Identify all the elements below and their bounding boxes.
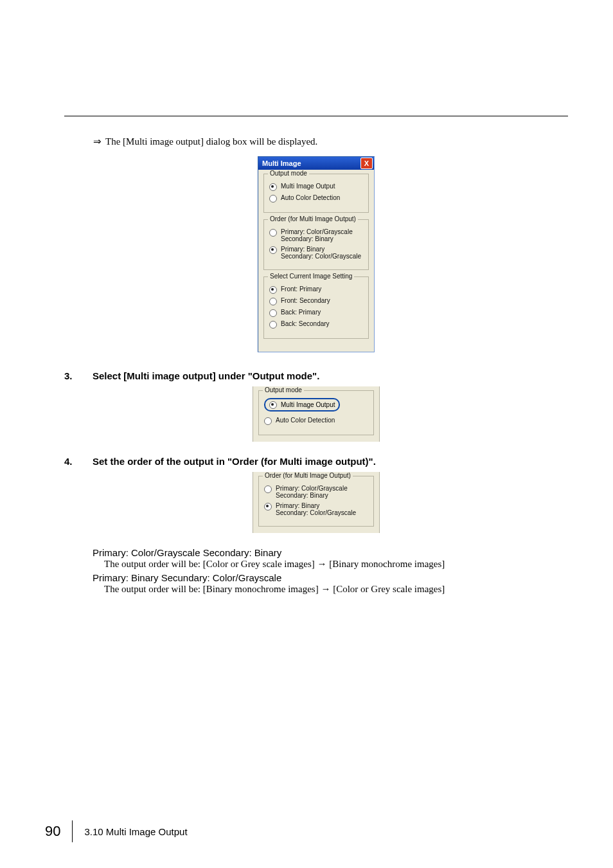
radio-icon [269, 229, 277, 237]
step-4: 4. Set the order of the output in "Order… [64, 456, 568, 467]
radio-icon [269, 183, 277, 191]
radio-label: Front: Secondary [281, 297, 330, 304]
radio-label: Primary: Binary Secondary: Color/Graysca… [276, 502, 356, 516]
radio-icon [269, 321, 277, 329]
radio-front-secondary[interactable]: Front: Secondary [269, 297, 363, 305]
dialog-figure: Multi Image X Output mode Multi Image Ou… [64, 156, 568, 352]
radio-back-secondary[interactable]: Back: Secondary [269, 320, 363, 329]
output-mode-group: Output mode Multi Image Output Auto Colo… [263, 174, 369, 213]
result-arrow-icon: ⇒ [93, 136, 102, 147]
output-mode-legend: Output mode [268, 170, 309, 177]
step-3: 3. Select [Multi image output] under "Ou… [64, 370, 568, 381]
page: ⇒ The [Multi image output] dialog box wi… [0, 0, 613, 868]
radio-primary-binary[interactable]: Primary: Binary Secondary: Color/Graysca… [269, 246, 363, 260]
radio-label: Auto Color Detection [276, 417, 335, 424]
section-title: 3.10 Multi Image Output [84, 826, 187, 837]
radio-auto-color-detection[interactable]: Auto Color Detection [264, 417, 368, 425]
page-footer: 90 3.10 Multi Image Output [45, 820, 188, 842]
radio-front-primary[interactable]: Front: Primary [269, 285, 363, 294]
current-image-legend: Select Current Image Setting [268, 273, 354, 280]
dialog-titlebar: Multi Image X [258, 157, 374, 170]
order-group: Order (for Multi Image Output) Primary: … [258, 476, 374, 527]
order-group: Order (for Multi Image Output) Primary: … [263, 219, 369, 270]
radio-label: Auto Color Detection [281, 194, 340, 201]
radio-icon [269, 286, 277, 294]
arrow-icon: → [321, 583, 330, 594]
order-descriptions: Primary: Color/Grayscale Secondary: Bina… [93, 547, 568, 595]
radio-icon [269, 401, 277, 409]
radio-auto-color-detection[interactable]: Auto Color Detection [269, 194, 363, 203]
radio-label: Primary: Color/Grayscale Secondary: Bina… [276, 485, 348, 499]
current-image-group: Select Current Image Setting Front: Prim… [263, 276, 369, 339]
order-legend: Order (for Multi Image Output) [263, 472, 353, 479]
close-icon[interactable]: X [360, 158, 373, 169]
dialog-body: Output mode Multi Image Output Auto Colo… [258, 170, 374, 352]
desc-explain-1: The output order will be: [Color or Grey… [104, 558, 568, 570]
desc-heading-1: Primary: Color/Grayscale Secondary: Bina… [93, 547, 568, 558]
header-rule [64, 116, 568, 116]
output-mode-legend: Output mode [263, 386, 304, 393]
lead-text: The [Multi image output] dialog box will… [105, 136, 317, 147]
radio-primary-color[interactable]: Primary: Color/Grayscale Secondary: Bina… [264, 485, 368, 499]
radio-icon [264, 503, 272, 511]
radio-label: Multi Image Output [281, 401, 335, 408]
radio-label: Back: Primary [281, 309, 321, 316]
step-text: Set the order of the output in "Order (f… [93, 456, 376, 467]
radio-primary-color[interactable]: Primary: Color/Grayscale Secondary: Bina… [269, 228, 363, 242]
desc-heading-2: Primary: Binary Secundary: Color/Graysca… [93, 572, 568, 583]
radio-icon [269, 195, 277, 203]
multi-image-dialog: Multi Image X Output mode Multi Image Ou… [258, 156, 375, 352]
radio-label: Multi Image Output [281, 183, 335, 190]
step-number: 4. [64, 456, 75, 467]
lead-line: ⇒ The [Multi image output] dialog box wi… [93, 136, 568, 147]
radio-label: Primary: Color/Grayscale Secondary: Bina… [281, 228, 353, 242]
step4-figure: Order (for Multi Image Output) Primary: … [64, 472, 568, 533]
dialog-title: Multi Image [262, 159, 301, 167]
step3-figure: Output mode Multi Image Output Auto Colo… [64, 386, 568, 442]
radio-icon [264, 417, 272, 425]
order-legend: Order (for Multi Image Output) [268, 215, 358, 222]
step-number: 3. [64, 370, 75, 381]
footer-divider [72, 820, 73, 842]
radio-icon [269, 246, 277, 254]
radio-label: Primary: Binary Secondary: Color/Graysca… [281, 246, 361, 260]
arrow-icon: → [317, 558, 327, 569]
radio-icon [264, 485, 272, 493]
radio-label: Front: Primary [281, 285, 321, 293]
highlight-circle: Multi Image Output [264, 398, 340, 411]
step-text: Select [Multi image output] under "Outpu… [93, 370, 319, 381]
radio-label: Back: Secondary [281, 320, 330, 327]
radio-primary-binary[interactable]: Primary: Binary Secondary: Color/Graysca… [264, 502, 368, 516]
output-mode-group: Output mode Multi Image Output Auto Colo… [258, 390, 374, 435]
radio-icon [269, 309, 277, 317]
radio-back-primary[interactable]: Back: Primary [269, 309, 363, 317]
page-number: 90 [45, 823, 72, 840]
order-snippet: Order (for Multi Image Output) Primary: … [253, 472, 380, 533]
radio-icon [269, 298, 277, 305]
output-mode-snippet: Output mode Multi Image Output Auto Colo… [253, 386, 380, 442]
desc-explain-2: The output order will be: [Binary monoch… [104, 583, 568, 595]
radio-multi-image-output[interactable]: Multi Image Output [269, 183, 363, 191]
